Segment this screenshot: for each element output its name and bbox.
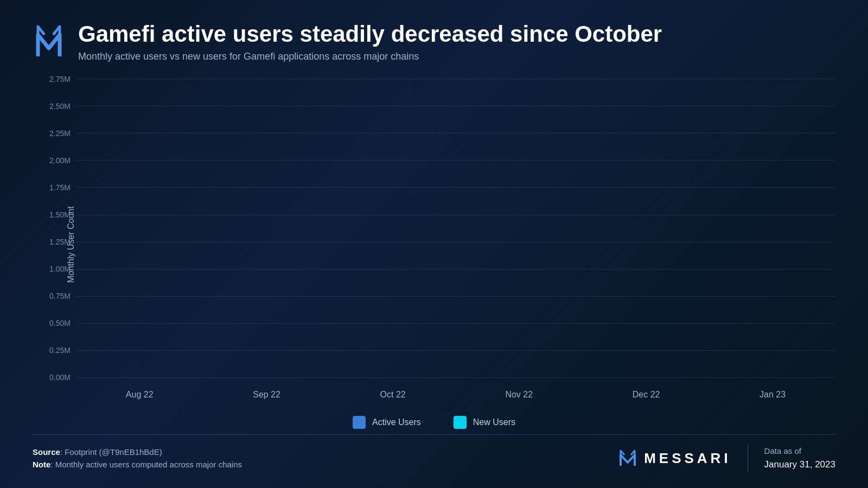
footer-notes: Source: Footprint (@T9nEB1hBdE) Note: Mo… <box>33 447 242 469</box>
grid-line-label: 1.50M <box>38 210 71 219</box>
data-as-of-date: January 31, 2023 <box>764 458 835 472</box>
header-text: Gamefi active users steadily decreased s… <box>78 22 662 62</box>
legend-active-users: Active Users <box>353 416 421 429</box>
legend-new-icon <box>454 416 467 429</box>
x-axis-label: Dec 22 <box>633 390 660 400</box>
bars-container <box>76 79 835 378</box>
grid-line-label: 2.50M <box>38 102 71 111</box>
legend-new-users: New Users <box>454 416 515 429</box>
source-label: Source <box>33 447 60 457</box>
grid-line-label: 1.25M <box>38 237 71 246</box>
x-axis-label: Nov 22 <box>505 390 533 400</box>
footer-note: Note: Monthly active users computed acro… <box>33 460 242 469</box>
legend-active-label: Active Users <box>372 418 421 427</box>
messari-logo-small <box>618 448 637 468</box>
messari-branding: MESSARI <box>618 448 731 468</box>
messari-logo-large <box>33 24 65 62</box>
note-text: : Monthly active users computed across m… <box>50 460 242 469</box>
x-axis-label: Jan 23 <box>760 390 786 400</box>
grid-line-label: 0.25M <box>38 346 71 355</box>
footer-source: Source: Footprint (@T9nEB1hBdE) <box>33 447 242 457</box>
grid-line-label: 1.75M <box>38 183 71 192</box>
grid-line-label: 0.50M <box>38 319 71 328</box>
x-axis-labels: Aug 22Sep 22Oct 22Nov 22Dec 22Jan 23 <box>76 390 835 400</box>
grid-line-label: 2.75M <box>38 75 71 84</box>
subtitle: Monthly active users vs new users for Ga… <box>78 51 662 62</box>
header: Gamefi active users steadily decreased s… <box>33 22 835 62</box>
x-axis-label: Sep 22 <box>253 390 280 400</box>
legend: Active Users New Users <box>33 416 835 429</box>
footer: Source: Footprint (@T9nEB1hBdE) Note: Mo… <box>33 434 835 472</box>
x-axis-label: Oct 22 <box>380 390 406 400</box>
grid-line-label: 0.00M <box>38 373 71 382</box>
legend-active-icon <box>353 416 366 429</box>
main-title: Gamefi active users steadily decreased s… <box>78 22 662 47</box>
chart-area: Monthly User Count 2.75M2.50M2.25M2.00M1… <box>33 79 835 410</box>
messari-wordmark: MESSARI <box>644 450 731 467</box>
data-as-of: Data as of January 31, 2023 <box>764 445 835 471</box>
footer-right: MESSARI Data as of January 31, 2023 <box>618 445 835 472</box>
x-axis-label: Aug 22 <box>126 390 154 400</box>
source-text: : Footprint (@T9nEB1hBdE) <box>60 447 162 457</box>
legend-new-label: New Users <box>473 418 515 427</box>
note-label: Note <box>33 460 50 469</box>
grid-line-label: 2.00M <box>38 156 71 165</box>
grid-line-label: 1.00M <box>38 265 71 273</box>
grid-line-label: 0.75M <box>38 292 71 300</box>
footer-divider <box>748 445 748 472</box>
data-as-of-label: Data as of <box>764 445 835 458</box>
grid-line-label: 2.25M <box>38 129 71 138</box>
chart-inner: 2.75M2.50M2.25M2.00M1.75M1.50M1.25M1.00M… <box>76 79 835 378</box>
